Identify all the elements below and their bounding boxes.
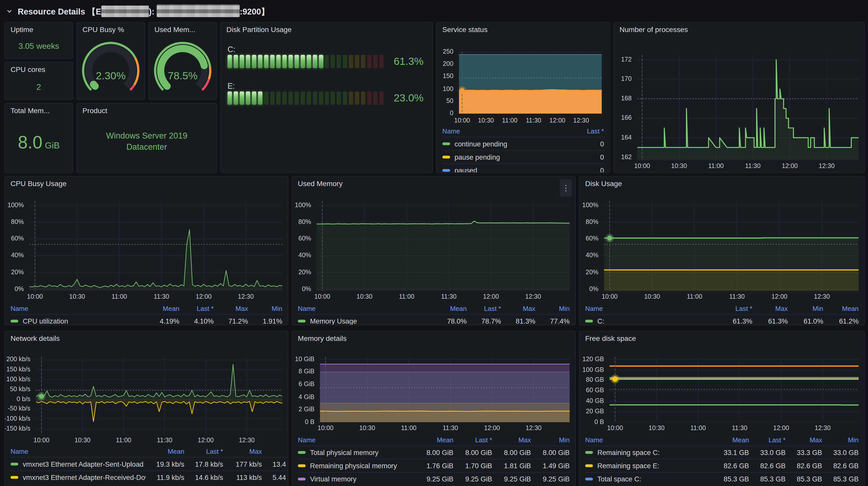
memory-details-chart[interactable] [320, 357, 569, 422]
legend-col-header[interactable]: Min [535, 305, 569, 313]
dashboard-row-header[interactable]: Resource Details 【E): :9200】 [6, 4, 270, 17]
legend-col-header[interactable]: Max [752, 305, 788, 313]
legend-col-name[interactable]: Name [10, 448, 146, 456]
legend-header: NameMeanLast *MaxMin [10, 446, 288, 457]
y-tick-label: 40% [11, 252, 24, 258]
legend-series-name[interactable]: Total physical memory [310, 449, 379, 457]
panel-title[interactable]: CPU Busy % [77, 23, 145, 37]
redacted-host-name [101, 6, 149, 17]
legend-series-name[interactable]: Memory Usage [310, 317, 357, 325]
legend-col-header[interactable]: Mean [823, 305, 859, 313]
legend-series-name[interactable]: Remaining physical memory [310, 462, 397, 470]
panel-title[interactable]: Disk Usage [580, 177, 864, 191]
legend-series-name[interactable]: pause pending [455, 153, 500, 161]
svg-text:2.30%: 2.30% [96, 70, 125, 82]
legend-value: 8.00 GiB [415, 449, 454, 457]
legend-series-name[interactable]: vmxnet3 Ethernet Adapter-Received-Downlo… [23, 474, 146, 481]
legend-series-name[interactable]: continue pending [455, 140, 507, 148]
legend-series-name[interactable]: vmxnet3 Ethernet Adapter-Sent-Upload [23, 460, 144, 468]
legend-value: 82.6 GB [822, 462, 859, 470]
x-tick-label: 11:00 [678, 293, 711, 300]
panel-network-details: Network details -150 kb/s-100 kb/s-50 kb… [4, 331, 288, 486]
lcd-cell [373, 91, 378, 105]
used-memory-chart[interactable] [317, 201, 569, 291]
legend-col-header[interactable]: Last * [184, 448, 223, 456]
panel-title[interactable]: Free disk space [580, 332, 864, 346]
disk-usage-chart[interactable] [604, 201, 859, 291]
legend-series-name[interactable]: Remaining space C: [597, 449, 659, 457]
legend-col-header[interactable]: Max [223, 448, 262, 456]
chevron-down-icon[interactable] [6, 7, 13, 15]
legend-col-header[interactable]: Max [501, 305, 535, 313]
legend-col-header[interactable]: Mean [432, 305, 467, 313]
partition-label: C: [227, 45, 236, 54]
panel-title[interactable]: Total Mem... [5, 104, 73, 118]
legend-col-name[interactable]: Name [298, 436, 415, 444]
legend-col-header[interactable]: Min [248, 305, 282, 313]
partition-label: E: [227, 81, 235, 90]
legend-col-header[interactable]: Min [822, 436, 859, 444]
legend-col-header[interactable]: Mean [415, 436, 454, 444]
legend-col-name[interactable]: Name [298, 305, 432, 313]
panel-title[interactable]: Used Memory [292, 177, 575, 191]
legend-col-header[interactable]: Last * [717, 305, 752, 313]
y-tick-label: 80 GB [586, 376, 604, 383]
legend-col-header[interactable]: Max [492, 436, 531, 444]
legend-value: 14.6 kb/s [184, 474, 223, 481]
x-tick-label: 10:30 [348, 293, 381, 300]
legend-col-name[interactable]: Name [10, 305, 145, 313]
y-tick-label: 100 kb/s [6, 376, 30, 382]
panel-title[interactable]: CPU cores [5, 62, 73, 77]
legend-col-header[interactable]: Last * [453, 436, 492, 444]
legend-series-name[interactable]: CPU utilization [23, 317, 68, 325]
legend-col-header[interactable]: Last * [580, 127, 604, 135]
legend-col-header[interactable]: Last * [749, 436, 786, 444]
legend-value: 9.25 GiB [415, 475, 454, 483]
x-tick-label: 12:00 [187, 293, 220, 300]
panel-title[interactable]: Service status [437, 23, 610, 37]
legend-series-name[interactable]: Total space C: [597, 475, 641, 483]
panel-title[interactable]: CPU Busy Usage [5, 177, 288, 191]
x-tick-label: 11:30 [720, 293, 754, 300]
legend-series-name[interactable]: Virtual memory [310, 475, 356, 483]
legend-series-name[interactable]: C: [597, 317, 604, 325]
panel-title[interactable]: Uptime [5, 23, 73, 37]
legend-col-name[interactable]: Name [442, 127, 580, 135]
panel-title[interactable]: Disk Partition Usage [221, 23, 432, 37]
legend-col-header[interactable]: Mean [713, 436, 749, 444]
legend-value: 8.00 GiB [531, 449, 570, 457]
legend-row: Remaining space C:33.1 GB33.0 GB33.3 GB3… [585, 446, 859, 459]
legend-series-name[interactable]: paused [455, 167, 477, 173]
legend-col-header[interactable]: Last * [467, 305, 501, 313]
legend-col-header[interactable]: Mean [145, 305, 179, 313]
panel-title[interactable]: Network details [5, 332, 288, 346]
legend-value: 0 [580, 153, 604, 161]
panel-menu-kebab-icon[interactable]: ⋮ [560, 179, 572, 197]
processes-chart[interactable] [637, 55, 859, 160]
legend-col-header[interactable]: Min [262, 448, 288, 456]
panel-title[interactable]: Product [77, 104, 216, 118]
x-tick-label: 10:30 [60, 293, 94, 300]
panel-title[interactable]: Used Mem... [149, 23, 216, 37]
network-chart[interactable] [36, 357, 282, 434]
service-status-chart[interactable] [459, 52, 601, 114]
lcd-cell [240, 55, 244, 68]
cpu-busy-chart[interactable] [29, 201, 282, 291]
legend-series-name[interactable]: Remaining space E: [597, 462, 659, 470]
legend-col-header[interactable]: Last * [179, 305, 214, 313]
panel-title[interactable]: Memory details [292, 332, 575, 346]
lcd-cell [361, 55, 366, 68]
lcd-cell [234, 91, 238, 105]
y-tick-label: 80% [299, 218, 311, 225]
y-tick-label: 166 [621, 114, 632, 121]
legend-col-header[interactable]: Max [214, 305, 248, 313]
legend-col-name[interactable]: Name [585, 305, 717, 313]
legend-col-header[interactable]: Max [785, 436, 822, 444]
panel-total-memory: Total Mem... 8.0 GiB [4, 103, 73, 173]
legend-col-header[interactable]: Min [531, 436, 570, 444]
legend-col-name[interactable]: Name [585, 436, 712, 444]
legend-col-header[interactable]: Mean [146, 448, 184, 456]
panel-title[interactable]: Number of processes [614, 23, 864, 37]
free-disk-chart[interactable] [610, 357, 859, 422]
legend-col-header[interactable]: Min [788, 305, 823, 313]
